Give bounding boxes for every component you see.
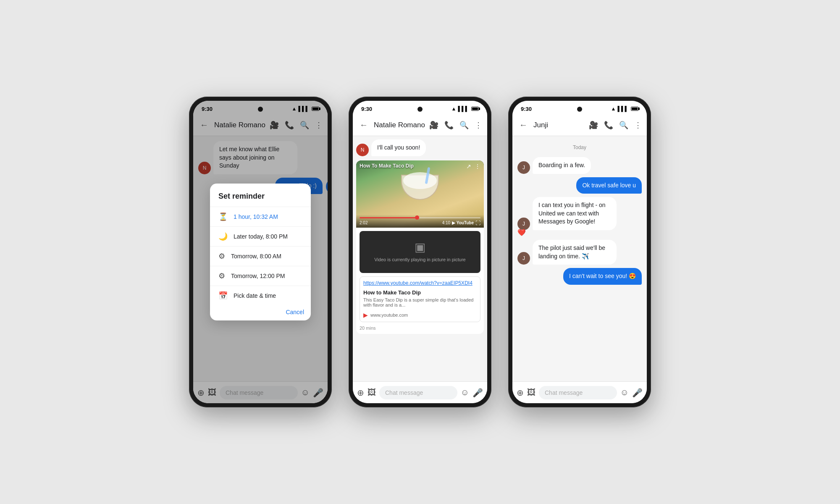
video-right-controls: 4:10 ▶ YouTube ⛶ [442,220,480,226]
camera-dot-2 [417,107,423,112]
video-top-bar: How To Make Taco Dip ↗ ⋮ [356,160,484,172]
back-button-2[interactable]: ← [358,118,370,131]
phone-2-screen: 9:30 ▲ ▌▌▌ ← Natalie Romano 🎥 📞 🔍 ⋮ [353,101,487,403]
mic-button-2[interactable]: 🎤 [472,388,483,398]
reminder-option-3[interactable]: ⚙ Tomorrow, 12:00 PM [210,266,311,286]
reminder-label-0: 1 hour, 10:32 AM [234,213,278,220]
reminder-option-4[interactable]: 📅 Pick date & time [210,286,311,305]
mic-button-3[interactable]: 🎤 [632,388,643,398]
link-preview[interactable]: https://www.youtube.com/watch?v=zaaEIP5X… [360,276,480,322]
reminder-overlay: Set reminder ⏳ 1 hour, 10:32 AM 🌙 Later … [193,101,328,403]
link-desc: This Easy Taco Dip is a super simple dip… [360,297,480,310]
message-time: 20 mins [360,326,480,331]
link-url: https://www.youtube.com/watch?v=zaaEIP5X… [360,277,480,289]
top-bar-2: ← Natalie Romano 🎥 📞 🔍 ⋮ [353,114,487,136]
video-title-overlay: How To Make Taco Dip [360,163,414,169]
yt-icon: ▶ [363,312,368,318]
bubble-travel: Ok travel safe love u [576,177,642,194]
reminder-card: Set reminder ⏳ 1 hour, 10:32 AM 🌙 Later … [210,184,311,320]
search-icon-3[interactable]: 🔍 [619,121,628,130]
date-divider: Today [517,141,642,154]
chat-area-2: N I'll call you soon! [353,136,487,381]
bubble-received-2: I'll call you soon! [371,139,426,156]
reminder-label-3: Tomorrow, 12:00 PM [231,273,285,279]
top-bar-3: ← Junji 🎥 📞 🔍 ⋮ [512,114,647,136]
bubble-pilot: The pilot just said we'll be landing on … [533,240,617,265]
phone-1-screen: 9:30 ▲ ▌▌▌ ← Natalie Romano 🎥 📞 🔍 ⋮ [193,101,328,403]
battery-icon-2 [471,107,479,111]
msg-row-boarding: J Boarding in a few. [517,157,642,174]
avatar-natalie-2: N [356,144,369,156]
camera-dot-3 [577,107,582,112]
input-bar-3: ⊕ 🖼 Chat message ☺ 🎤 [512,381,647,403]
status-icons-3: ▲ ▌▌▌ [611,106,638,112]
video-card[interactable]: How To Make Taco Dip ↗ ⋮ [356,160,484,334]
msg-row-travel: Ok travel safe love u [517,177,642,194]
image-button-2[interactable]: 🖼 [368,388,376,397]
time-2: 9:30 [361,106,372,112]
reminder-option-0[interactable]: ⏳ 1 hour, 10:32 AM [210,207,311,226]
more-icon-3[interactable]: ⋮ [634,121,642,130]
video-controls: 2:02 4:10 ▶ YouTube ⛶ [356,215,484,228]
video-top-icons: ↗ ⋮ [466,163,480,170]
phone-call-icon-3[interactable]: 📞 [604,121,613,130]
emoji-button-3[interactable]: ☺ [620,388,629,397]
bubble-inflight: I can text you in flight - on United we … [533,197,617,230]
link-source: www.youtube.com [370,312,408,318]
gear-icon-0: ⚙ [218,252,225,261]
fullscreen-icon[interactable]: ⛶ [475,220,480,226]
reminder-option-2[interactable]: ⚙ Tomorrow, 8:00 AM [210,246,311,266]
pip-placeholder: ▣ Video is currently playing in picture … [360,231,480,273]
phone-call-icon-2[interactable]: 📞 [444,121,454,130]
msg-row-pilot: J The pilot just said we'll be landing o… [517,240,642,265]
reminder-cancel-button[interactable]: Cancel [210,305,311,320]
reminder-label-2: Tomorrow, 8:00 AM [231,253,281,260]
battery-icon-3 [631,107,638,111]
time-3: 9:30 [521,106,532,112]
hourglass-icon: ⏳ [218,212,228,221]
reminder-label-1: Later today, 8:00 PM [234,233,288,240]
video-thumbnail: How To Make Taco Dip ↗ ⋮ [356,160,484,228]
progress-dot [415,215,419,220]
chat-input-2[interactable]: Chat message [379,386,457,399]
emoji-button-2[interactable]: ☺ [461,388,469,397]
video-call-icon-3[interactable]: 🎥 [589,121,598,130]
add-button-2[interactable]: ⊕ [357,388,364,398]
gear-icon-1: ⚙ [218,271,225,281]
image-button-3[interactable]: 🖼 [527,388,536,397]
text-in-flight-group: J I can text you in flight - on United w… [517,197,642,236]
msg-row-inflight: J I can text you in flight - on United w… [517,197,617,230]
phones-container: 9:30 ▲ ▌▌▌ ← Natalie Romano 🎥 📞 🔍 ⋮ [189,97,651,407]
video-current-time: 2:02 [360,220,368,225]
share-icon[interactable]: ↗ [466,163,471,170]
video-call-icon-2[interactable]: 🎥 [429,121,438,130]
input-bar-2: ⊕ 🖼 Chat message ☺ 🎤 [353,381,487,403]
phone-3: 9:30 ▲ ▌▌▌ ← Junji 🎥 📞 🔍 ⋮ [508,97,651,407]
search-icon-2[interactable]: 🔍 [459,121,469,130]
calendar-icon: 📅 [218,291,228,300]
video-more-icon[interactable]: ⋮ [475,163,480,170]
signal-icon-2: ▌▌▌ [458,106,469,112]
youtube-logo: ▶ YouTube [452,220,474,225]
status-icons-2: ▲ ▌▌▌ [452,106,479,112]
reminder-option-1[interactable]: 🌙 Later today, 8:00 PM [210,226,311,246]
bowl-content [403,172,437,189]
signal-icon-3: ▌▌▌ [617,106,628,112]
bubble-boarding: Boarding in a few. [533,157,591,174]
chat-input-3[interactable]: Chat message [539,386,617,399]
moon-icon: 🌙 [218,232,228,241]
link-source-row: ▶ www.youtube.com [360,310,480,322]
back-button-3[interactable]: ← [517,118,529,131]
video-time-row: 2:02 4:10 ▶ YouTube ⛶ [360,220,480,226]
add-button-3[interactable]: ⊕ [517,388,524,398]
video-total-time: 4:10 [442,220,450,225]
contact-name-3: Junji [533,121,585,129]
header-icons-3: 🎥 📞 🔍 ⋮ [589,121,642,130]
header-icons-2: 🎥 📞 🔍 ⋮ [429,121,482,130]
chat-area-3: Today J Boarding in a few. Ok travel saf… [512,136,647,381]
wifi-icon-3: ▲ [611,106,616,112]
video-progress-bar[interactable] [360,217,480,218]
msg-row-cant-wait: I can't wait to see you! 😍 [517,268,642,285]
wifi-icon-2: ▲ [452,106,457,112]
more-icon-2[interactable]: ⋮ [475,121,482,130]
